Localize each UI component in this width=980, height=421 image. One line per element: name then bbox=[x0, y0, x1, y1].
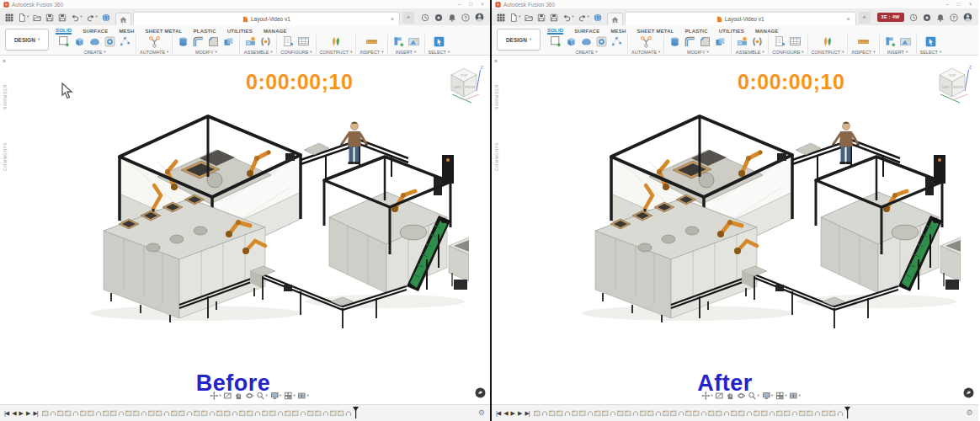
timeline-feature-icon[interactable] bbox=[822, 409, 828, 417]
timeline-feature-icon[interactable] bbox=[65, 409, 72, 417]
fit-button[interactable] bbox=[716, 392, 724, 400]
display-settings-button[interactable]: ▾ bbox=[762, 392, 773, 400]
maximize-button[interactable]: □ bbox=[469, 2, 472, 8]
new-tab-button[interactable]: + bbox=[859, 12, 871, 24]
tab-manage[interactable]: MANAGE bbox=[755, 29, 779, 35]
create-sketch-button[interactable] bbox=[57, 35, 72, 49]
group-label[interactable]: CONFIGURE bbox=[772, 50, 800, 55]
job-status-button[interactable] bbox=[909, 10, 918, 25]
chamfer-button[interactable] bbox=[206, 35, 221, 49]
timeline-feature-icon[interactable] bbox=[746, 409, 753, 417]
grid-snap-button[interactable]: ▾ bbox=[284, 392, 295, 400]
undo-button[interactable]: ▾ bbox=[562, 13, 573, 22]
close-button[interactable]: × bbox=[481, 2, 484, 8]
capture-icon[interactable] bbox=[475, 387, 486, 398]
panel-expander[interactable]: » bbox=[3, 58, 6, 64]
redo-button[interactable]: ▾ bbox=[578, 13, 589, 22]
timeline-feature-icon[interactable] bbox=[829, 409, 836, 417]
minimize-button[interactable]: – bbox=[945, 2, 949, 8]
timeline-feature-icon[interactable] bbox=[269, 409, 276, 417]
step-forward-button[interactable]: ▶ bbox=[518, 410, 521, 416]
app-menu-button[interactable] bbox=[497, 13, 505, 22]
timeline-feature-icon[interactable] bbox=[670, 409, 677, 417]
timeline-feature-icon[interactable] bbox=[178, 409, 185, 417]
tab-close-icon[interactable]: × bbox=[391, 16, 394, 22]
timeline-feature-icon[interactable] bbox=[141, 409, 147, 417]
open-button[interactable] bbox=[525, 13, 533, 22]
revolve-button[interactable] bbox=[594, 35, 609, 49]
timeline-feature-icon[interactable] bbox=[148, 409, 155, 417]
tab-plastic[interactable]: PLASTIC bbox=[685, 29, 708, 35]
timeline-feature-icon[interactable] bbox=[602, 409, 609, 417]
group-label[interactable]: INSERT bbox=[396, 50, 413, 55]
timeline-feature-icon[interactable] bbox=[262, 409, 269, 417]
job-status-button[interactable] bbox=[421, 10, 429, 25]
timeline-feature-icon[interactable] bbox=[224, 409, 231, 417]
timeline-feature-icon[interactable] bbox=[315, 409, 322, 417]
timeline-feature-icon[interactable] bbox=[723, 409, 730, 417]
extensions-button[interactable] bbox=[923, 10, 931, 25]
insert-button[interactable] bbox=[883, 35, 897, 49]
step-forward-button[interactable]: ▶ bbox=[26, 410, 29, 416]
combine-button[interactable] bbox=[713, 35, 727, 49]
freeform-button[interactable] bbox=[118, 35, 132, 49]
timeline-feature-icon[interactable] bbox=[285, 409, 291, 417]
timeline-feature-icon[interactable] bbox=[80, 409, 87, 417]
user-avatar[interactable] bbox=[475, 10, 484, 25]
configuration-button[interactable] bbox=[281, 35, 296, 49]
timeline-feature-icon[interactable] bbox=[95, 409, 102, 417]
tab-sheet-metal[interactable]: SHEET METAL bbox=[146, 29, 183, 35]
tab-utilities[interactable]: UTILITIES bbox=[719, 29, 744, 35]
combine-button[interactable] bbox=[221, 35, 236, 49]
pan-hand-button[interactable] bbox=[727, 392, 735, 400]
construct-plane-button[interactable] bbox=[820, 35, 834, 49]
timeline-feature-icon[interactable] bbox=[156, 409, 162, 417]
press-pull-button[interactable] bbox=[668, 35, 682, 49]
orbit-button[interactable] bbox=[738, 392, 746, 400]
fillet-button[interactable] bbox=[191, 35, 205, 49]
insert-canvas-button[interactable] bbox=[898, 35, 913, 49]
timeline-track[interactable] bbox=[42, 405, 473, 421]
timeline-feature-icon[interactable] bbox=[572, 409, 578, 417]
group-label[interactable]: INSPECT bbox=[851, 50, 871, 55]
web-button[interactable] bbox=[594, 13, 602, 22]
tab-surface[interactable]: SURFACE bbox=[83, 29, 108, 35]
timeline-feature-icon[interactable] bbox=[277, 409, 284, 417]
insert-button[interactable] bbox=[391, 35, 406, 49]
timeline-feature-icon[interactable] bbox=[685, 409, 692, 417]
maximize-button[interactable]: □ bbox=[957, 2, 961, 8]
tab-close-icon[interactable]: × bbox=[846, 16, 850, 22]
timeline-settings-gear-icon[interactable]: ⚙ bbox=[473, 409, 490, 417]
group-label[interactable]: CONSTRUCT bbox=[812, 50, 841, 55]
play-button[interactable]: ▶ bbox=[511, 410, 514, 416]
extensions-button[interactable] bbox=[434, 10, 443, 25]
save-button[interactable] bbox=[45, 13, 54, 22]
timeline-feature-icon[interactable] bbox=[693, 409, 700, 417]
close-button[interactable]: × bbox=[969, 2, 972, 8]
home-view-button[interactable] bbox=[115, 13, 131, 25]
undo-button[interactable]: ▾ bbox=[71, 13, 82, 22]
timeline-feature-icon[interactable] bbox=[338, 409, 344, 417]
timeline-playhead[interactable] bbox=[353, 405, 359, 421]
skip-to-start-button[interactable]: |◀ bbox=[496, 410, 500, 416]
timeline-feature-icon[interactable] bbox=[110, 409, 117, 417]
open-button[interactable] bbox=[33, 13, 41, 22]
help-button[interactable] bbox=[950, 10, 958, 25]
step-back-button[interactable]: ◀ bbox=[12, 410, 15, 416]
timeline-feature-icon[interactable] bbox=[186, 409, 193, 417]
status-badge[interactable]: 3E : 4W bbox=[877, 13, 904, 22]
timeline-playhead[interactable] bbox=[844, 405, 850, 421]
timeline-feature-icon[interactable] bbox=[50, 409, 56, 417]
select-button[interactable] bbox=[432, 35, 446, 49]
timeline-feature-icon[interactable] bbox=[738, 409, 745, 417]
timeline-feature-icon[interactable] bbox=[784, 409, 791, 417]
insert-canvas-button[interactable] bbox=[407, 35, 421, 49]
timeline-feature-icon[interactable] bbox=[587, 409, 594, 417]
tab-solid[interactable]: SOLID bbox=[547, 28, 563, 35]
group-label[interactable]: SELECT bbox=[429, 50, 446, 55]
zoom-button[interactable]: ▾ bbox=[748, 392, 759, 400]
tab-surface[interactable]: SURFACE bbox=[574, 29, 599, 35]
config-table-button[interactable] bbox=[788, 35, 802, 49]
tab-manage[interactable]: MANAGE bbox=[264, 29, 287, 35]
timeline-feature-icon[interactable] bbox=[88, 409, 94, 417]
